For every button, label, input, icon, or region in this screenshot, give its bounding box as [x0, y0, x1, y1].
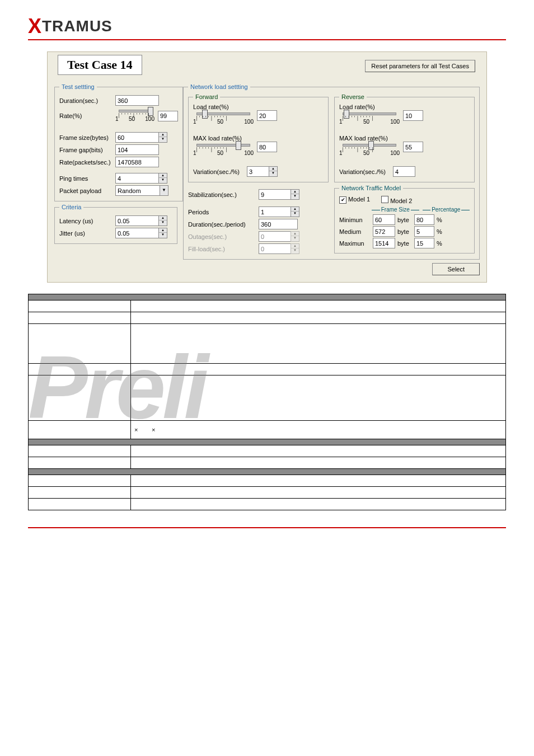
- rev-maxload-label: MAX load rate(%): [339, 135, 470, 142]
- ntm-legend: Network Traffic Model: [339, 185, 403, 191]
- criteria-legend: Criteria: [59, 204, 83, 210]
- outages-spinner: ▲▼: [259, 231, 299, 242]
- stabilization-spinner[interactable]: ▲▼: [259, 189, 299, 200]
- payload-dropdown[interactable]: ▼: [115, 185, 168, 196]
- ping-spinner[interactable]: ▲▼: [115, 173, 167, 184]
- select-button[interactable]: Select: [432, 263, 480, 275]
- payload-label: Packet payload: [59, 187, 115, 194]
- forward-group: Forward Load rate(%) |''''|''''| 1: [188, 93, 329, 182]
- outages-label: Outages(sec.): [188, 233, 259, 240]
- title-plate: Test Case 14: [58, 55, 142, 75]
- ntm-max-label: Maximun: [339, 240, 371, 247]
- reset-button[interactable]: Reset parameters for all Test Cases: [365, 60, 475, 72]
- test-setting-group: Test settting Duration(sec.) Rate(%): [54, 83, 183, 201]
- model2-checkbox[interactable]: Model 2: [381, 196, 412, 204]
- x-cells: × ×: [131, 421, 506, 439]
- ntm-med-label: Medium: [339, 228, 371, 235]
- rate-input[interactable]: [158, 111, 178, 121]
- footer-rule: [28, 527, 506, 528]
- rev-loadrate-input[interactable]: [403, 110, 423, 121]
- fwd-loadrate-label: Load rate(%): [193, 104, 324, 110]
- rev-maxload-slider[interactable]: |''''|''''| 1 50 100: [339, 142, 400, 158]
- forward-legend: Forward: [193, 93, 220, 100]
- netload-legend: Network load settting: [188, 83, 250, 90]
- framegap-label: Frame gap(bits): [59, 147, 115, 153]
- ntm-med-pct[interactable]: [414, 226, 434, 237]
- jitter-label: Jitter (us): [59, 230, 115, 237]
- header-rule: [28, 39, 506, 40]
- rev-loadrate-slider[interactable]: |''''|''''| 1 50 100: [339, 110, 400, 127]
- rev-maxload-input[interactable]: [403, 142, 423, 152]
- ntm-group: Network Traffic Model ✔Model 1 Model 2 F…: [334, 185, 475, 253]
- ntm-med-size[interactable]: [373, 226, 395, 237]
- reverse-group: Reverse Load rate(%) |''''|''''| 1: [334, 93, 475, 182]
- periods-spinner[interactable]: ▲▼: [259, 206, 299, 217]
- fillload-spinner: ▲▼: [259, 243, 299, 254]
- netload-group: Network load settting Forward Load rate(…: [183, 83, 480, 260]
- fwd-variation-label: Variation(sec./%): [193, 168, 247, 175]
- periods-label: Periods: [188, 209, 259, 215]
- fwd-maxload-input[interactable]: [257, 142, 277, 152]
- app-panel: Test Case 14 Reset parameters for all Te…: [47, 51, 487, 283]
- fillload-label: Fill-load(sec.): [188, 246, 259, 252]
- fwd-loadrate-input[interactable]: [257, 110, 277, 121]
- stabilization-label: Stabilization(sec.): [188, 191, 259, 198]
- latency-spinner[interactable]: ▲▼: [115, 215, 167, 226]
- ping-label: Ping times: [59, 175, 115, 182]
- fwd-maxload-slider[interactable]: |''''|''''| 1 50 100: [193, 142, 254, 158]
- criteria-group: Criteria Latency (us) ▲▼ Jitter (us) ▲▼: [54, 204, 177, 244]
- fwd-maxload-label: MAX load rate(%): [193, 135, 324, 142]
- ratepkts-input[interactable]: [115, 157, 159, 167]
- rate-label: Rate(%): [59, 112, 115, 119]
- jitter-spinner[interactable]: ▲▼: [115, 228, 167, 238]
- ntm-max-size[interactable]: [373, 238, 395, 248]
- brand-logo: XTRAMUS: [28, 11, 506, 39]
- fwd-variation-spinner[interactable]: ▲▼: [247, 166, 278, 177]
- rate-slider[interactable]: |''''|''''| 1 50 100: [115, 107, 154, 124]
- duration-input[interactable]: [115, 95, 159, 106]
- rev-variation-label: Variation(sec./%): [339, 168, 393, 175]
- fwd-loadrate-slider[interactable]: |''''|''''| 1 50 100: [193, 110, 254, 127]
- rev-loadrate-label: Load rate(%): [339, 104, 470, 110]
- dur-per-period-input[interactable]: [259, 219, 298, 229]
- framegap-input[interactable]: [115, 144, 159, 155]
- ntm-max-pct[interactable]: [414, 238, 434, 248]
- latency-label: Latency (us): [59, 218, 115, 224]
- ntm-min-label: Minimun: [339, 217, 371, 223]
- reverse-legend: Reverse: [339, 93, 367, 100]
- test-setting-legend: Test settting: [59, 83, 97, 90]
- duration-label: Duration(sec.): [59, 97, 115, 104]
- rev-variation-input[interactable]: [393, 166, 415, 177]
- framesize-label: Frame size(bytes): [59, 134, 115, 141]
- ratepkts-label: Rate(packets/sec.): [59, 159, 115, 166]
- dur-per-period-label: Duration(sec./period): [188, 221, 259, 228]
- model1-checkbox[interactable]: ✔Model 1: [339, 196, 370, 204]
- info-table: × ×: [28, 294, 506, 510]
- framesize-spinner[interactable]: ▲▼: [115, 132, 167, 143]
